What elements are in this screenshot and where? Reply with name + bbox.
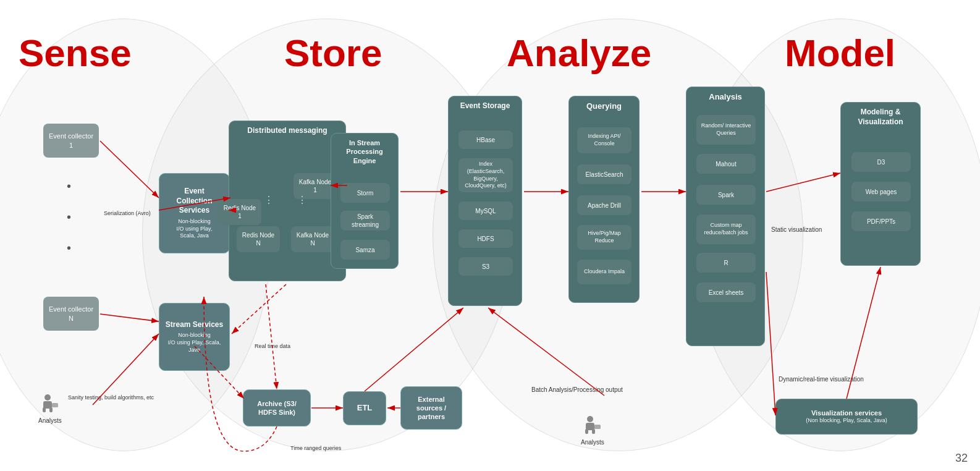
etl-box: ETL xyxy=(343,391,386,425)
web-pages-box: Web pages xyxy=(851,182,911,202)
cloudera-impala-box: Cloudera Impala xyxy=(577,260,632,284)
querying-container: Querying Indexing API/ Console ElasticSe… xyxy=(568,96,640,303)
mahout-box: Mahout xyxy=(696,154,756,174)
random-queries-box: Random/ Interactive Queries xyxy=(696,115,756,145)
sanity-label: Sanity testing, build algorithms, etc xyxy=(68,394,154,401)
hbase-box: HBase xyxy=(458,130,513,149)
kafka-node-n: Kafka Node N xyxy=(291,226,334,252)
pdf-ppts-box: PDF/PPTs xyxy=(851,211,911,231)
in-stream-label: In Stream Processing Engine xyxy=(331,138,398,165)
page-number: 32 xyxy=(955,452,968,465)
batch-output-label: Batch Analysis/Processing output xyxy=(531,386,623,393)
dist-dots-2: ⋮ xyxy=(297,194,307,207)
analyst-sense: Analysts xyxy=(38,392,62,424)
analysis-container: Analysis Random/ Interactive Queries Mah… xyxy=(686,87,765,346)
svg-rect-7 xyxy=(585,429,588,434)
collector-dot-1: • xyxy=(67,179,71,193)
spark-streaming-box: Spark streaming xyxy=(340,211,390,231)
real-time-data-label: Real time data xyxy=(255,343,290,349)
storm-box: Storm xyxy=(340,183,390,203)
analyst-analyze: Analysts xyxy=(581,414,604,446)
sense-title: Sense xyxy=(19,31,132,75)
excel-sheets-box: Excel sheets xyxy=(696,282,756,302)
svg-rect-8 xyxy=(592,429,595,434)
svg-rect-2 xyxy=(43,407,46,412)
analyst-analyze-label: Analysts xyxy=(581,439,604,446)
apache-drill-box: Apache Drill xyxy=(577,195,632,215)
collector-dot-3: • xyxy=(67,241,71,255)
r-box: R xyxy=(696,253,756,273)
archive-box: Archive (S3/ HDFS Sink) xyxy=(243,389,311,426)
modeling-viz-container: Modeling & Visualization D3 Web pages PD… xyxy=(840,102,921,266)
visualization-services-box: Visualization services (Non blocking, Pl… xyxy=(775,399,918,435)
index-box: Index (ElasticSearch, BigQuery, CloudQue… xyxy=(458,158,513,192)
analyst-sense-label: Analysts xyxy=(38,417,62,424)
static-viz-label: Static visualization xyxy=(771,226,822,233)
custom-map-box: Custom map reduce/batch jobs xyxy=(696,214,756,244)
in-stream-processing-container: In Stream Processing Engine Storm Spark … xyxy=(331,133,399,269)
svg-rect-4 xyxy=(52,403,58,407)
samza-box: Samza xyxy=(340,240,390,260)
svg-rect-9 xyxy=(594,425,601,429)
indexing-api-box: Indexing API/ Console xyxy=(577,127,632,153)
dynamic-viz-label: Dynamic/real-time visualization xyxy=(779,376,864,383)
spark-box: Spark xyxy=(696,185,756,205)
hive-pig-box: Hive/Pig/Map Reduce xyxy=(577,225,632,250)
elasticsearch-box: ElasticSearch xyxy=(577,164,632,184)
collector-dot-2: • xyxy=(67,210,71,224)
distributed-messaging-container: Distributed messaging Redis Node 1 Kafka… xyxy=(229,121,346,281)
querying-label: Querying xyxy=(569,101,639,112)
model-title: Model xyxy=(785,31,895,75)
redis-node-1: Redis Node 1 xyxy=(218,199,261,225)
analysis-label: Analysis xyxy=(686,92,764,103)
stream-services: Stream Services Non-blocking I/O using P… xyxy=(159,303,230,371)
d3-box: D3 xyxy=(851,152,911,172)
analyze-title: Analyze xyxy=(507,31,651,75)
dist-dots-1: ⋮ xyxy=(264,194,274,207)
s3-box: S3 xyxy=(458,257,513,276)
time-ranged-queries-label: Time ranged queries xyxy=(290,445,341,451)
modeling-viz-label: Modeling & Visualization xyxy=(841,108,920,127)
event-storage-container: Event Storage HBase Index (ElasticSearch… xyxy=(448,96,522,306)
svg-point-5 xyxy=(587,416,593,422)
serialization-label: Serialization (Avro) xyxy=(104,210,151,216)
svg-rect-3 xyxy=(49,407,53,412)
event-collector-1: Event collector 1 xyxy=(43,124,99,158)
event-storage-label: Event Storage xyxy=(449,101,522,111)
event-collector-n: Event collector N xyxy=(43,297,99,331)
redis-node-n: Redis Node N xyxy=(237,226,280,252)
distributed-messaging-label: Distributed messaging xyxy=(229,126,345,136)
svg-point-0 xyxy=(44,394,51,401)
mysql-box: MySQL xyxy=(458,202,513,220)
hdfs-box: HDFS xyxy=(458,229,513,248)
external-sources-box: External sources / partners xyxy=(400,386,462,430)
store-title: Store xyxy=(284,31,382,75)
